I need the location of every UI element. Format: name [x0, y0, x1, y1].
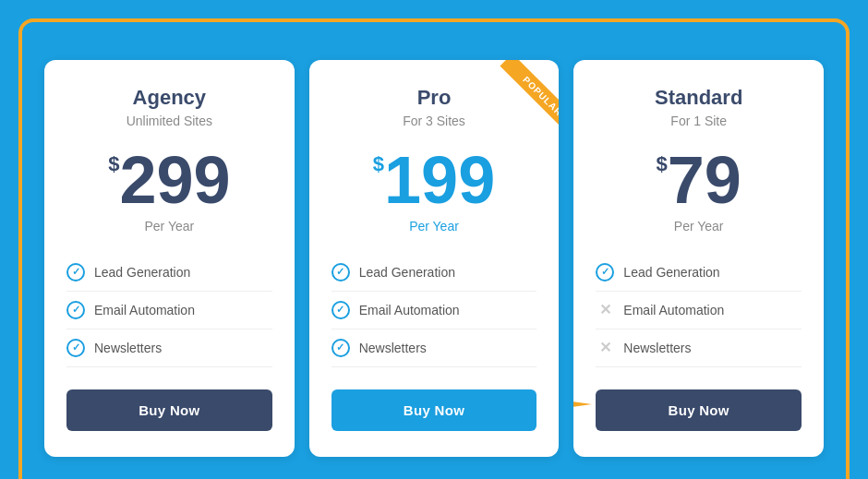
list-item: ✓ Lead Generation [596, 254, 802, 292]
standard-card: Standard For 1 Site $ 79 Per Year ✓ Lead… [573, 60, 824, 457]
agency-buy-button[interactable]: Buy Now [66, 389, 272, 431]
feature-label: Email Automation [94, 303, 195, 317]
arrow-icon [573, 372, 592, 437]
check-icon: ✓ [66, 301, 85, 319]
cross-icon: ✕ [596, 301, 614, 319]
feature-label: Newsletters [94, 341, 162, 355]
popular-badge: POPULAR [500, 60, 560, 125]
check-icon: ✓ [596, 263, 614, 281]
agency-subtitle: Unlimited Sites [127, 114, 212, 128]
check-icon: ✓ [332, 263, 350, 281]
check-icon: ✓ [332, 339, 350, 357]
feature-label: Lead Generation [623, 265, 719, 280]
standard-price-container: $ 79 [657, 147, 741, 213]
agency-dollar-sign: $ [108, 154, 119, 174]
check-icon: ✓ [66, 339, 85, 357]
agency-price: 299 [119, 147, 230, 213]
standard-features: ✓ Lead Generation ✕ Email Automation ✕ N… [596, 254, 802, 367]
standard-title: Standard [655, 86, 742, 110]
feature-label: Email Automation [359, 303, 460, 317]
cross-icon: ✕ [596, 339, 614, 357]
list-item: ✕ Newsletters [596, 329, 802, 367]
list-item: ✓ Email Automation [66, 292, 272, 329]
pricing-section: Agency Unlimited Sites $ 299 Per Year ✓ … [18, 18, 850, 479]
standard-subtitle: For 1 Site [670, 114, 727, 128]
pro-per-year: Per Year [409, 219, 459, 234]
standard-per-year: Per Year [674, 219, 724, 234]
agency-per-year: Per Year [144, 219, 194, 234]
standard-dollar-sign: $ [657, 154, 668, 174]
list-item: ✓ Newsletters [66, 329, 272, 367]
feature-label: Lead Generation [94, 265, 190, 280]
list-item: ✓ Lead Generation [66, 254, 272, 292]
feature-label: Newsletters [359, 341, 427, 355]
list-item: ✓ Newsletters [332, 329, 537, 367]
feature-label: Lead Generation [359, 265, 455, 280]
pro-price: 199 [384, 147, 495, 213]
feature-label: Email Automation [623, 303, 724, 317]
svg-marker-0 [573, 372, 592, 437]
agency-card: Agency Unlimited Sites $ 299 Per Year ✓ … [44, 60, 295, 457]
pro-subtitle: For 3 Sites [403, 114, 465, 128]
pro-price-container: $ 199 [373, 147, 495, 213]
list-item: ✓ Email Automation [332, 292, 537, 329]
pro-dollar-sign: $ [373, 154, 384, 174]
pro-title: Pro [417, 86, 452, 110]
pro-features: ✓ Lead Generation ✓ Email Automation ✓ N… [332, 254, 537, 367]
pro-buy-button[interactable]: Buy Now [332, 389, 537, 431]
standard-buy-button[interactable]: Buy Now [596, 389, 802, 431]
agency-price-container: $ 299 [108, 147, 230, 213]
list-item: ✕ Email Automation [596, 292, 802, 329]
pro-card: POPULAR Pro For 3 Sites $ 199 Per Year ✓… [309, 60, 560, 457]
agency-title: Agency [133, 86, 206, 110]
standard-price: 79 [668, 147, 741, 213]
agency-features: ✓ Lead Generation ✓ Email Automation ✓ N… [66, 254, 272, 367]
list-item: ✓ Lead Generation [332, 254, 537, 292]
check-icon: ✓ [66, 263, 85, 281]
feature-label: Newsletters [623, 341, 691, 355]
check-icon: ✓ [332, 301, 350, 319]
cards-container: Agency Unlimited Sites $ 299 Per Year ✓ … [44, 60, 824, 457]
